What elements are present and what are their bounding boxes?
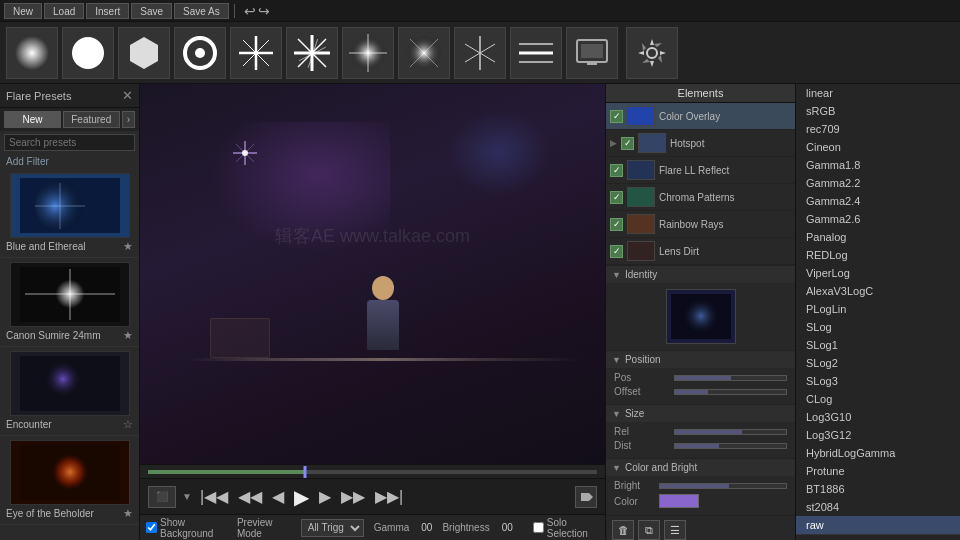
- element-checkbox[interactable]: [610, 218, 623, 231]
- insert-button[interactable]: Insert: [86, 3, 129, 19]
- brush-hex[interactable]: [118, 27, 170, 79]
- element-flare-ll[interactable]: Flare LL Reflect: [606, 157, 795, 184]
- cs-gamma26[interactable]: Gamma2.6: [796, 210, 960, 228]
- search-presets-input[interactable]: [4, 134, 135, 151]
- cs-gamma24[interactable]: Gamma2.4: [796, 192, 960, 210]
- solo-selection-checkbox[interactable]: [533, 522, 544, 533]
- cs-linear[interactable]: linear: [796, 84, 960, 102]
- save-button[interactable]: Save: [131, 3, 172, 19]
- step-back-button[interactable]: ◀◀: [236, 485, 264, 508]
- cs-viperlog[interactable]: ViperLog: [796, 264, 960, 282]
- undo-button[interactable]: ↩: [244, 3, 256, 19]
- add-filter-button[interactable]: Add Filter: [0, 154, 139, 169]
- brush-soft-circle[interactable]: [6, 27, 58, 79]
- scrubber-head[interactable]: [304, 466, 307, 478]
- dist-slider[interactable]: [674, 443, 787, 449]
- brush-ring[interactable]: [174, 27, 226, 79]
- cs-slog1[interactable]: SLog1: [796, 336, 960, 354]
- redo-button[interactable]: ↪: [258, 3, 270, 19]
- element-checkbox[interactable]: [610, 164, 623, 177]
- brush-hard-circle[interactable]: [62, 27, 114, 79]
- element-checkbox[interactable]: [610, 110, 623, 123]
- camera-button[interactable]: ⬛: [148, 486, 176, 508]
- skip-to-end-button[interactable]: ▶▶|: [373, 485, 405, 508]
- play-button[interactable]: ▶: [292, 483, 311, 511]
- cs-hybridloggamma[interactable]: HybridLogGamma: [796, 444, 960, 462]
- preview-mode-select[interactable]: All Trigg: [301, 519, 364, 537]
- brush-multi-sparkle[interactable]: [286, 27, 338, 79]
- cs-gamma22[interactable]: Gamma2.2: [796, 174, 960, 192]
- step-forward-button[interactable]: ▶▶: [339, 485, 367, 508]
- tab-new[interactable]: New: [4, 111, 61, 128]
- next-frame-button[interactable]: ▶: [317, 485, 333, 508]
- cs-ploglin[interactable]: PLogLin: [796, 300, 960, 318]
- cs-redlog[interactable]: REDLog: [796, 246, 960, 264]
- preset-item[interactable]: Canon Sumire 24mm ★: [0, 258, 139, 347]
- element-hotspot[interactable]: ▶ Hotspot: [606, 130, 795, 157]
- duplicate-element-button[interactable]: ⧉: [638, 520, 660, 540]
- preset-item[interactable]: Encounter ☆: [0, 347, 139, 436]
- element-chroma[interactable]: Chroma Patterns: [606, 184, 795, 211]
- scrubber-track[interactable]: [148, 470, 597, 474]
- preset-item[interactable]: Eye of the Beholder ★: [0, 436, 139, 525]
- brush-starburst[interactable]: [342, 27, 394, 79]
- cs-srgb[interactable]: sRGB: [796, 102, 960, 120]
- cs-slog[interactable]: SLog: [796, 318, 960, 336]
- element-options-button[interactable]: ☰: [664, 520, 686, 540]
- position-header[interactable]: ▼ Position: [606, 351, 795, 368]
- tab-arrow[interactable]: ›: [122, 111, 135, 128]
- load-button[interactable]: Load: [44, 3, 84, 19]
- preset-star-icon[interactable]: ★: [123, 240, 133, 253]
- save-as-button[interactable]: Save As: [174, 3, 229, 19]
- cs-alexav3logc[interactable]: AlexaV3LogC: [796, 282, 960, 300]
- cs-st2084[interactable]: st2084: [796, 498, 960, 516]
- brush-thumbnail-frame[interactable]: [566, 27, 618, 79]
- element-checkbox[interactable]: [610, 191, 623, 204]
- cs-bt1886[interactable]: BT1886: [796, 480, 960, 498]
- color-bright-header[interactable]: ▼ Color and Bright: [606, 459, 795, 476]
- panel-close-button[interactable]: ✕: [122, 88, 133, 103]
- brush-sparkle4[interactable]: [230, 27, 282, 79]
- cs-protune[interactable]: Protune: [796, 462, 960, 480]
- color-swatch[interactable]: [659, 494, 699, 508]
- brush-lines-h[interactable]: [510, 27, 562, 79]
- prev-frame-button[interactable]: ◀: [270, 485, 286, 508]
- brush-starburst2[interactable]: [398, 27, 450, 79]
- cs-slog2[interactable]: SLog2: [796, 354, 960, 372]
- gear-settings-button[interactable]: [626, 27, 678, 79]
- element-checkbox[interactable]: [621, 137, 634, 150]
- cs-raw[interactable]: raw: [796, 516, 960, 534]
- cs-gamma18[interactable]: Gamma1.8: [796, 156, 960, 174]
- cs-slog3[interactable]: SLog3: [796, 372, 960, 390]
- element-checkbox[interactable]: [610, 245, 623, 258]
- offset-slider[interactable]: [674, 389, 787, 395]
- preview-canvas[interactable]: 辑客AE www.talkae.com: [140, 84, 605, 464]
- preset-star-icon[interactable]: ★: [123, 507, 133, 520]
- size-header[interactable]: ▼ Size: [606, 405, 795, 422]
- transport-bar: ⬛ ▼ |◀◀ ◀◀ ◀ ▶ ▶ ▶▶ ▶▶|: [140, 478, 605, 514]
- record-button[interactable]: [575, 486, 597, 508]
- new-button[interactable]: New: [4, 3, 42, 19]
- cs-rec709[interactable]: rec709: [796, 120, 960, 138]
- cs-log3g10[interactable]: Log3G10: [796, 408, 960, 426]
- brush-star-lines[interactable]: [454, 27, 506, 79]
- element-color-overlay[interactable]: Color Overlay: [606, 103, 795, 130]
- camera-dropdown-arrow[interactable]: ▼: [182, 491, 192, 502]
- preset-star-icon[interactable]: ☆: [123, 418, 133, 431]
- delete-element-button[interactable]: 🗑: [612, 520, 634, 540]
- cs-panalog[interactable]: Panalog: [796, 228, 960, 246]
- cs-log3g12[interactable]: Log3G12: [796, 426, 960, 444]
- skip-to-start-button[interactable]: |◀◀: [198, 485, 230, 508]
- element-lens-dirt[interactable]: Lens Dirt: [606, 238, 795, 265]
- pos-slider[interactable]: [674, 375, 787, 381]
- cs-clog[interactable]: CLog: [796, 390, 960, 408]
- rel-slider[interactable]: [674, 429, 787, 435]
- preset-star-icon[interactable]: ★: [123, 329, 133, 342]
- tab-featured[interactable]: Featured: [63, 111, 120, 128]
- show-background-checkbox[interactable]: [146, 522, 157, 533]
- bright-slider[interactable]: [659, 483, 787, 489]
- identity-header[interactable]: ▼ Identity: [606, 266, 795, 283]
- cs-cineon[interactable]: Cineon: [796, 138, 960, 156]
- element-rainbow[interactable]: Rainbow Rays: [606, 211, 795, 238]
- preset-item[interactable]: Blue and Ethereal ★: [0, 169, 139, 258]
